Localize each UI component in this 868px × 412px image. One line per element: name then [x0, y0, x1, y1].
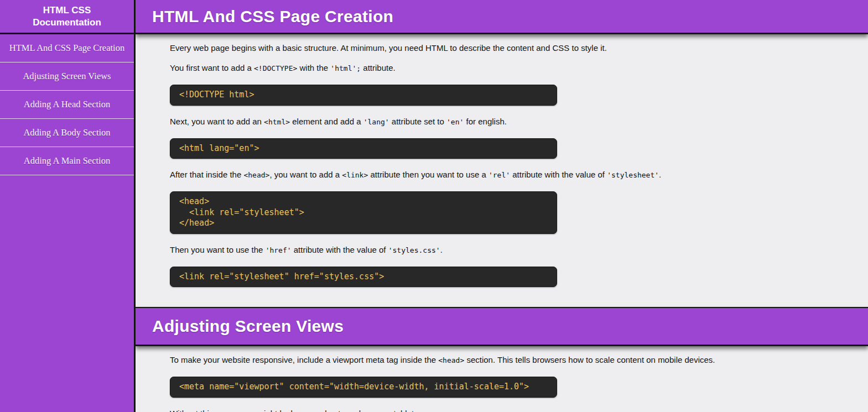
code-line: <link rel="stylesheet" href="styles.css"… — [179, 272, 548, 283]
section-header-band: HTML And CSS Page Creation — [136, 0, 868, 34]
paragraph-text: . — [659, 170, 661, 179]
inline-code: 'lang' — [363, 118, 389, 126]
code-block: <html lang="en"> — [170, 138, 557, 159]
paragraph-text: . — [440, 245, 443, 254]
inline-code: 'styles.css' — [388, 246, 440, 254]
code-line: <head> — [179, 196, 548, 207]
paragraph-text: section. This tells browsers how to scal… — [464, 355, 715, 364]
paragraph-text: attribute set to — [389, 117, 446, 126]
sidebar-item-label: HTML And CSS Page Creation — [9, 43, 124, 54]
doc-paragraph: You first want to add a <!DOCTYPE> with … — [170, 63, 846, 74]
paragraph-text: element and add a — [290, 117, 363, 126]
inline-code: <html> — [264, 118, 290, 126]
section-title: HTML And CSS Page Creation — [152, 7, 393, 26]
inline-code: <head> — [243, 171, 269, 179]
paragraph-text: attribute. — [361, 63, 396, 72]
inline-code: 'stylesheet' — [607, 171, 659, 179]
inline-code: 'rel' — [488, 171, 510, 179]
paragraph-text: attribute with the value of — [510, 170, 607, 179]
inline-code: 'href' — [266, 246, 292, 254]
inline-code: 'en' — [446, 118, 464, 126]
paragraph-text: attribute with the value of — [292, 245, 388, 254]
sidebar-item-label: Adding A Main Section — [24, 155, 110, 166]
sidebar-item-adding-a-main-section[interactable]: Adding A Main Section — [0, 147, 134, 175]
code-block: <!DOCTYPE html> — [170, 85, 557, 106]
section-title: Adjusting Screen Views — [152, 317, 344, 336]
sidebar-item-label: Adjusting Screen Views — [23, 71, 111, 82]
section-content: Every web page begins with a basic struc… — [136, 34, 868, 307]
sidebar-title: HTML CSS Documentation — [0, 0, 134, 34]
sidebar-item-html-and-css-page-creation[interactable]: HTML And CSS Page Creation — [0, 34, 134, 62]
paragraph-text: attribute then you want to use a — [368, 170, 488, 179]
section-content: To make your website responsive, include… — [136, 346, 868, 412]
paragraph-text: , you want to add a — [269, 170, 342, 179]
sidebar-item-adding-a-head-section[interactable]: Adding A Head Section — [0, 91, 134, 119]
paragraph-text: After that inside the — [170, 170, 243, 179]
code-line: <!DOCTYPE html> — [179, 90, 548, 101]
inline-code: <!DOCTYPE> — [254, 64, 297, 72]
code-line: <link rel="stylesheet"> — [179, 207, 548, 218]
paragraph-text: for english. — [464, 117, 507, 126]
sidebar-item-label: Adding A Body Section — [23, 127, 110, 138]
sidebar: HTML CSS Documentation HTML And CSS Page… — [0, 0, 136, 412]
doc-paragraph: To make your website responsive, include… — [170, 355, 846, 366]
paragraph-text: Then you want to use the — [170, 245, 266, 254]
doc-paragraph: After that inside the <head>, you want t… — [170, 170, 846, 180]
doc-paragraph: Without this, your page might look zoome… — [170, 409, 846, 412]
paragraph-text: with the — [297, 63, 330, 72]
code-block: <link rel="stylesheet" href="styles.css"… — [170, 267, 557, 288]
paragraph-text: You first want to add a — [170, 63, 254, 72]
doc-paragraph: Next, you want to add an <html> element … — [170, 117, 846, 127]
doc-paragraph: Then you want to use the 'href' attribut… — [170, 245, 846, 255]
sidebar-item-adjusting-screen-views[interactable]: Adjusting Screen Views — [0, 62, 134, 91]
sidebar-item-adding-a-body-section[interactable]: Adding A Body Section — [0, 119, 134, 147]
code-block: <head> <link rel="stylesheet"></head> — [170, 191, 557, 234]
paragraph-text: Next, you want to add an — [170, 117, 264, 126]
code-line: </head> — [179, 218, 548, 229]
section-header-band: Adjusting Screen Views — [136, 307, 868, 346]
paragraph-text: Without this, your page might look zoome… — [170, 409, 420, 412]
code-line: <html lang="en"> — [179, 143, 548, 154]
sidebar-item-label: Adding A Head Section — [24, 99, 110, 110]
code-block: <meta name="viewport" content="width=dev… — [170, 377, 557, 398]
inline-code: 'html'; — [330, 64, 361, 72]
doc-paragraph: Every web page begins with a basic struc… — [170, 43, 846, 53]
main-content: HTML And CSS Page CreationEvery web page… — [136, 0, 868, 412]
code-line: <meta name="viewport" content="width=dev… — [179, 382, 548, 393]
paragraph-text: Every web page begins with a basic struc… — [170, 43, 607, 53]
inline-code: <head> — [438, 356, 464, 364]
sidebar-nav: HTML And CSS Page CreationAdjusting Scre… — [0, 34, 134, 175]
paragraph-text: To make your website responsive, include… — [170, 355, 438, 364]
inline-code: <link> — [342, 171, 368, 179]
